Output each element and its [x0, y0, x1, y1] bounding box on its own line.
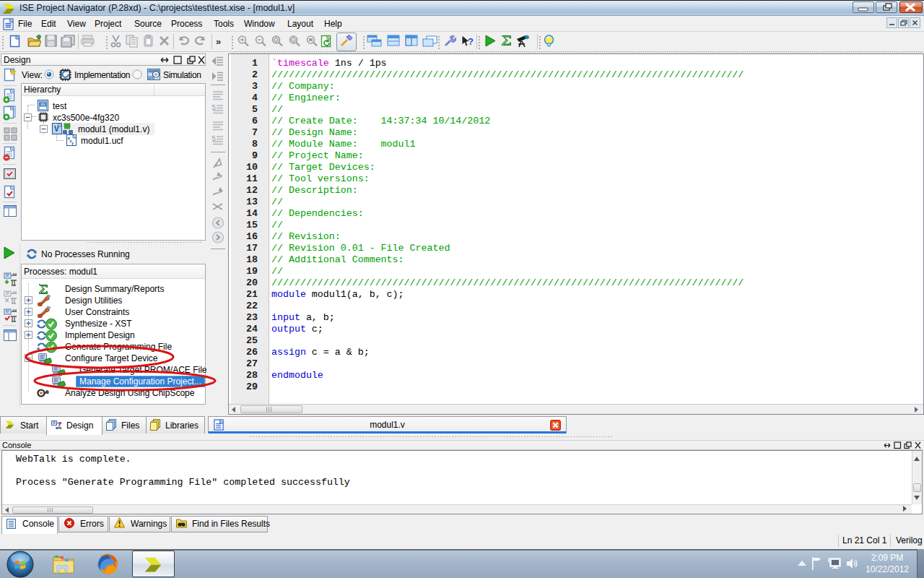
svg-text:V: V: [54, 125, 59, 133]
svg-text:ISim: ISim: [149, 76, 157, 80]
svg-text:?: ?: [468, 36, 474, 47]
